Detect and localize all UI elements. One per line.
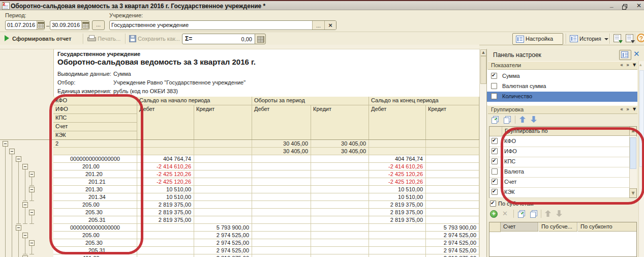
table-cell[interactable] bbox=[252, 239, 311, 247]
report-org[interactable]: Государственное учреждение bbox=[57, 51, 140, 57]
table-header-group-1[interactable]: Обороты за период bbox=[252, 97, 369, 105]
table-cell[interactable]: 2 974 525,00 bbox=[426, 239, 479, 247]
section-indicators-header[interactable]: Показатели bbox=[488, 61, 637, 70]
table-cell[interactable] bbox=[194, 178, 252, 186]
table-header-dim-2[interactable]: КПС bbox=[53, 114, 137, 123]
section-collapse-icon[interactable]: ▼ bbox=[633, 107, 636, 111]
period-more-button[interactable]: ... bbox=[92, 20, 105, 30]
table-cell[interactable]: 2 819 375,00 bbox=[137, 201, 194, 209]
grouping-checkbox-1[interactable] bbox=[492, 148, 498, 154]
table-cell[interactable] bbox=[252, 232, 311, 239]
tree-collapse-box[interactable] bbox=[16, 156, 21, 162]
uncheck-all-icon[interactable] bbox=[530, 210, 538, 218]
table-cell[interactable] bbox=[252, 201, 311, 209]
date-to-input[interactable]: 30.09.2016 bbox=[50, 21, 81, 30]
panel-close-icon[interactable]: ✕ bbox=[633, 49, 640, 59]
save-settings-icon[interactable] bbox=[626, 34, 633, 42]
table-header-dim-3[interactable]: Счет bbox=[53, 123, 137, 131]
table-cell[interactable]: 2 974 525,00 bbox=[194, 239, 252, 247]
table-cell[interactable]: 2 819 375,00 bbox=[137, 216, 194, 224]
table-header-dim-4[interactable]: КЭК bbox=[53, 131, 137, 140]
table-row-label[interactable]: 201.34 bbox=[53, 193, 137, 201]
indicator-checkbox-1[interactable] bbox=[491, 83, 497, 89]
table-cell[interactable] bbox=[194, 140, 252, 148]
table-cell[interactable] bbox=[311, 232, 369, 239]
institution-clear-button[interactable]: × bbox=[324, 21, 336, 30]
tree-collapse-box[interactable] bbox=[22, 233, 28, 238]
table-cell[interactable] bbox=[137, 224, 194, 232]
tree-collapse-box[interactable] bbox=[29, 240, 35, 246]
tree-collapse-box[interactable] bbox=[9, 149, 15, 154]
report-title[interactable]: Оборотно-сальдовая ведомость за 3 кварта… bbox=[57, 58, 256, 66]
table-row-label[interactable]: 2 bbox=[53, 140, 137, 148]
grouping-checkbox-5[interactable] bbox=[492, 189, 498, 195]
table-cell[interactable] bbox=[252, 216, 311, 224]
institution-input[interactable]: Государственное учреждение bbox=[110, 21, 312, 30]
table-cell[interactable] bbox=[252, 170, 311, 178]
table-cell[interactable] bbox=[311, 155, 369, 163]
table-cell[interactable] bbox=[426, 170, 479, 178]
history-dropdown-icon[interactable] bbox=[604, 38, 608, 40]
table-row-label[interactable]: 205.31 bbox=[53, 247, 137, 254]
accounts-col-bysubacc[interactable]: По субсче... bbox=[539, 222, 577, 232]
grouping-label-5[interactable]: КЭК bbox=[504, 189, 515, 195]
by-subaccounts-checkbox[interactable] bbox=[490, 201, 496, 207]
table-cell[interactable] bbox=[311, 163, 369, 170]
tree-collapse-box[interactable] bbox=[29, 187, 35, 192]
table-cell[interactable] bbox=[194, 170, 252, 178]
collapse-right-icon[interactable]: » bbox=[626, 106, 629, 112]
table-header-sub-0[interactable]: Дебет bbox=[137, 105, 194, 140]
table-cell[interactable] bbox=[311, 186, 369, 193]
panel-scrollbar[interactable]: ▲ bbox=[638, 61, 644, 257]
table-header-dim-1[interactable]: ИФО bbox=[53, 105, 137, 114]
table-cell[interactable] bbox=[369, 254, 426, 257]
table-cell[interactable] bbox=[194, 216, 252, 224]
table-cell[interactable] bbox=[369, 239, 426, 247]
table-cell[interactable] bbox=[426, 201, 479, 209]
table-header-dim-0[interactable]: КФО bbox=[53, 97, 137, 105]
table-cell[interactable] bbox=[137, 254, 194, 257]
table-row-label[interactable]: 205.30 bbox=[53, 239, 137, 247]
table-row-label[interactable]: 201.21 bbox=[53, 178, 137, 186]
table-cell[interactable]: 2 974 525,00 bbox=[194, 247, 252, 254]
table-cell[interactable]: 10 510,00 bbox=[369, 193, 426, 201]
table-cell[interactable] bbox=[194, 186, 252, 193]
table-cell[interactable]: -2 425 120,26 bbox=[369, 178, 426, 186]
table-cell[interactable] bbox=[194, 148, 252, 155]
grouping-checkbox-2[interactable] bbox=[492, 158, 498, 164]
table-row-label[interactable]: 0000000000000000 bbox=[53, 155, 137, 163]
load-settings-icon[interactable] bbox=[614, 34, 621, 42]
tree-collapse-box[interactable] bbox=[16, 225, 21, 231]
restore-button[interactable] bbox=[622, 3, 627, 10]
save-as-button[interactable]: Сохранить как... bbox=[138, 36, 180, 42]
table-cell[interactable]: 2 819 375,00 bbox=[194, 254, 252, 257]
date-from-input[interactable]: 01.07.2016 bbox=[6, 21, 37, 30]
section-collapse-icon[interactable]: ▼ bbox=[633, 63, 636, 67]
help-button[interactable]: ? bbox=[637, 34, 644, 42]
table-cell[interactable] bbox=[369, 140, 426, 148]
table-cell[interactable] bbox=[194, 193, 252, 201]
table-cell[interactable] bbox=[426, 163, 479, 170]
table-cell[interactable]: 10 510,00 bbox=[369, 186, 426, 193]
indicator-label-2[interactable]: Количество bbox=[502, 93, 532, 99]
table-cell[interactable] bbox=[194, 201, 252, 209]
table-cell[interactable]: 2 974 525,00 bbox=[426, 232, 479, 239]
table-cell[interactable]: -2 414 610,26 bbox=[369, 163, 426, 170]
table-cell[interactable] bbox=[311, 178, 369, 186]
table-cell[interactable] bbox=[426, 140, 479, 148]
table-cell[interactable] bbox=[252, 155, 311, 163]
table-header-group-0[interactable]: Сальдо на начало периода bbox=[137, 97, 252, 105]
grouping-sort-icon[interactable]: ▲ bbox=[629, 127, 636, 136]
table-cell[interactable]: -2 425 120,26 bbox=[369, 170, 426, 178]
table-cell[interactable]: 30 405,00 bbox=[311, 148, 369, 155]
grouping-scroll-down-icon[interactable]: ▼ bbox=[629, 188, 636, 197]
collapse-left-icon[interactable]: « bbox=[620, 106, 623, 112]
tree-collapse-box[interactable] bbox=[29, 210, 35, 215]
table-cell[interactable] bbox=[426, 155, 479, 163]
table-cell[interactable]: 5 793 900,00 bbox=[194, 224, 252, 232]
table-cell[interactable]: 30 405,00 bbox=[252, 148, 311, 155]
table-cell[interactable] bbox=[252, 254, 311, 257]
minimize-button[interactable]: _ bbox=[610, 1, 614, 8]
table-cell[interactable] bbox=[369, 148, 426, 155]
table-cell[interactable]: 5 793 900,00 bbox=[426, 224, 479, 232]
